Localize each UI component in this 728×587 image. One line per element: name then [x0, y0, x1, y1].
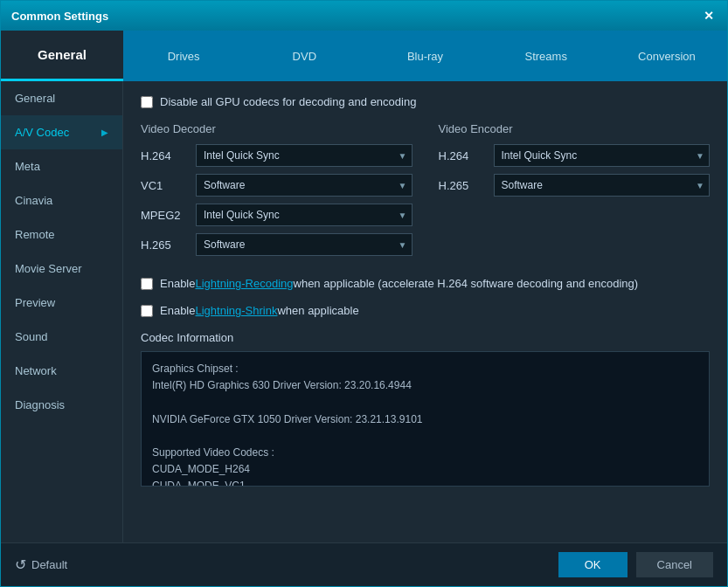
main-content-panel: Disable all GPU codecs for decoding and … — [123, 81, 727, 542]
decoder-h265-row: H.265 Software Intel Quick Sync ▼ — [141, 233, 413, 256]
sidebar-item-cinavia[interactable]: Cinavia — [1, 183, 122, 218]
lightning-recoding-checkbox[interactable] — [141, 278, 153, 290]
lightning-shrink-row: Enable Lightning-Shrink when applicable — [141, 304, 710, 317]
video-decoder-section: Video Decoder H.264 Intel Quick Sync Sof… — [141, 122, 413, 263]
encoder-h265-select-wrapper: Software Intel Quick Sync ▼ — [494, 174, 711, 197]
bottom-bar: ↺ Default OK Cancel — [1, 542, 727, 586]
lightning-recoding-suffix: when applicable (accelerate H.264 softwa… — [294, 277, 639, 290]
lightning-shrink-checkbox[interactable] — [141, 305, 153, 317]
decoder-h265-select[interactable]: Software Intel Quick Sync — [196, 233, 413, 256]
tab-bluray[interactable]: Blu-ray — [364, 31, 485, 81]
lightning-shrink-prefix: Enable — [160, 304, 195, 317]
codec-columns: Video Decoder H.264 Intel Quick Sync Sof… — [141, 122, 710, 263]
disable-gpu-row: Disable all GPU codecs for decoding and … — [141, 95, 710, 108]
action-buttons: OK Cancel — [558, 552, 713, 577]
sidebar: General A/V Codec ▶ Meta Cinavia Remote … — [1, 81, 123, 542]
sidebar-item-movie-server[interactable]: Movie Server — [1, 252, 122, 286]
decoder-vc1-select[interactable]: Software Intel Quick Sync — [196, 174, 413, 197]
sidebar-item-av-codec[interactable]: A/V Codec ▶ — [1, 115, 122, 149]
decoder-mpeg2-select[interactable]: Intel Quick Sync Software — [196, 204, 413, 226]
video-encoder-title: Video Encoder — [439, 122, 711, 135]
decoder-h264-row: H.264 Intel Quick Sync Software ▼ — [141, 144, 413, 167]
tab-drives[interactable]: Drives — [123, 31, 244, 81]
lightning-recoding-link[interactable]: Lightning-Recoding — [195, 277, 293, 290]
lightning-shrink-suffix: when applicable — [277, 304, 358, 317]
lightning-recoding-prefix: Enable — [160, 277, 195, 290]
sidebar-item-sound[interactable]: Sound — [1, 320, 122, 354]
tab-streams[interactable]: Streams — [486, 31, 607, 81]
decoder-vc1-label: VC1 — [141, 179, 189, 192]
sidebar-item-diagnosis[interactable]: Diagnosis — [1, 388, 122, 422]
disable-gpu-label: Disable all GPU codecs for decoding and … — [160, 95, 416, 108]
sidebar-item-remote[interactable]: Remote — [1, 218, 122, 252]
decoder-mpeg2-select-wrapper: Intel Quick Sync Software ▼ — [196, 204, 413, 226]
decoder-h265-label: H.265 — [141, 238, 189, 252]
content-area: General A/V Codec ▶ Meta Cinavia Remote … — [1, 81, 727, 542]
encoder-h265-select[interactable]: Software Intel Quick Sync — [494, 174, 711, 197]
tab-dvd[interactable]: DVD — [244, 31, 364, 81]
title-bar: Common Settings ✕ — [1, 1, 727, 31]
tab-general-active[interactable]: General — [1, 31, 123, 81]
decoder-mpeg2-row: MPEG2 Intel Quick Sync Software ▼ — [141, 204, 413, 226]
codec-info-title: Codec Information — [141, 331, 710, 344]
codec-info-box: Graphics Chipset : Intel(R) HD Graphics … — [141, 351, 710, 487]
decoder-h264-select[interactable]: Intel Quick Sync Software — [196, 144, 413, 167]
main-window: Common Settings ✕ General Drives DVD Blu… — [0, 0, 728, 587]
video-encoder-section: Video Encoder H.264 Intel Quick Sync Sof… — [439, 122, 711, 263]
sidebar-item-network[interactable]: Network — [1, 354, 122, 388]
tab-bar: General Drives DVD Blu-ray Streams Conve… — [1, 31, 727, 81]
default-label: Default — [31, 558, 67, 571]
decoder-h264-label: H.264 — [141, 149, 189, 162]
default-button[interactable]: ↺ Default — [15, 556, 67, 573]
video-decoder-title: Video Decoder — [141, 122, 413, 135]
encoder-h264-select[interactable]: Intel Quick Sync Software — [494, 144, 711, 167]
decoder-h265-select-wrapper: Software Intel Quick Sync ▼ — [196, 233, 413, 256]
lightning-shrink-link[interactable]: Lightning-Shrink — [195, 304, 277, 317]
lightning-recoding-row: Enable Lightning-Recoding when applicabl… — [141, 277, 710, 290]
encoder-h264-label: H.264 — [439, 149, 487, 162]
encoder-h265-label: H.265 — [439, 179, 487, 192]
encoder-h264-row: H.264 Intel Quick Sync Software ▼ — [439, 144, 711, 167]
cancel-button[interactable]: Cancel — [636, 552, 713, 577]
codec-info-section: Codec Information Graphics Chipset : Int… — [141, 331, 710, 487]
tab-conversion[interactable]: Conversion — [607, 31, 727, 81]
decoder-h264-select-wrapper: Intel Quick Sync Software ▼ — [196, 144, 413, 167]
window-title: Common Settings — [11, 10, 108, 23]
encoder-h264-select-wrapper: Intel Quick Sync Software ▼ — [494, 144, 711, 167]
sidebar-item-preview[interactable]: Preview — [1, 286, 122, 320]
sidebar-item-general[interactable]: General — [1, 81, 122, 115]
encoder-h265-row: H.265 Software Intel Quick Sync ▼ — [439, 174, 711, 197]
sidebar-item-meta[interactable]: Meta — [1, 149, 122, 183]
ok-button[interactable]: OK — [558, 552, 627, 577]
decoder-vc1-select-wrapper: Software Intel Quick Sync ▼ — [196, 174, 413, 197]
disable-gpu-checkbox[interactable] — [141, 96, 153, 108]
decoder-vc1-row: VC1 Software Intel Quick Sync ▼ — [141, 174, 413, 197]
reset-icon: ↺ — [15, 556, 26, 573]
decoder-mpeg2-label: MPEG2 — [141, 209, 189, 222]
close-button[interactable]: ✕ — [701, 8, 717, 24]
chevron-right-icon: ▶ — [101, 128, 108, 137]
codec-info-text: Graphics Chipset : Intel(R) HD Graphics … — [152, 361, 698, 487]
